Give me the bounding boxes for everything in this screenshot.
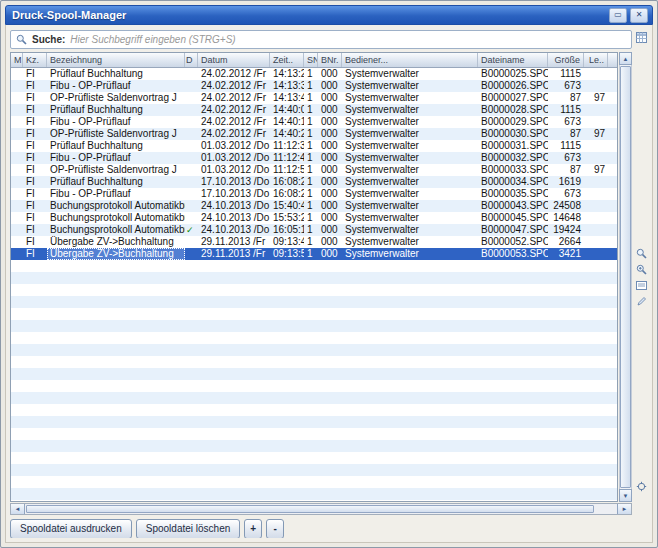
cell-bezeichnung: Übergabe ZV->Buchhaltung [47, 236, 185, 248]
cell-m [11, 80, 23, 92]
edit-icon[interactable] [636, 296, 647, 307]
print-spool-button[interactable]: Spooldatei ausdrucken [10, 519, 132, 538]
cell-snr: 1 [304, 224, 318, 236]
spool-row[interactable]: FIÜbergabe ZV->Buchhaltung29.11.2013 /Fr… [11, 236, 617, 248]
cell-bezeichnung: Fibu - OP-Prüflauf [47, 188, 185, 200]
cell-zeit: 14:40:2 [270, 128, 304, 140]
scroll-left-button[interactable]: ◄ [11, 504, 25, 514]
cell-kz: FI [23, 68, 47, 80]
column-header-snr[interactable]: SNr [304, 53, 318, 67]
spool-row[interactable]: FIBuchungsprotokoll Automatikbuc24.10.20… [11, 212, 617, 224]
remove-button[interactable]: - [266, 519, 284, 538]
cell-snr: 1 [304, 116, 318, 128]
cell-kz: FI [23, 212, 47, 224]
column-header-le[interactable]: Le.. [584, 53, 608, 67]
column-header-d[interactable]: D [185, 53, 198, 67]
column-header-zeit[interactable]: Zeit.. [270, 53, 304, 67]
cell-datum: 24.10.2013 /Do [198, 212, 270, 224]
cell-dateiname: B0000025.SPO [478, 68, 548, 80]
spool-row[interactable]: FIBuchungsprotokoll Automatikbuc✓24.10.2… [11, 224, 617, 236]
cell-bezeichnung: OP-Prüfliste Saldenvortrag J [47, 128, 185, 140]
horizontal-scrollbar[interactable]: ◄ ► [10, 503, 632, 515]
cell-bezeichnung: Buchungsprotokoll Automatikbuc [47, 224, 185, 236]
cell-snr: 1 [304, 212, 318, 224]
spool-grid: MKz.BezeichnungDDatumZeit..SNrBNr.Bedien… [10, 52, 618, 502]
column-header-kz[interactable]: Kz. [23, 53, 47, 67]
cell-snr: 1 [304, 152, 318, 164]
minimize-button[interactable]: ▭ [609, 8, 627, 23]
column-header-spacer [608, 53, 617, 67]
cell-m [11, 212, 23, 224]
spool-row[interactable]: FIOP-Prüfliste Saldenvortrag J01.03.2012… [11, 164, 617, 176]
search-input[interactable] [70, 33, 626, 46]
spool-row[interactable]: FIPrüflauf Buchhaltung17.10.2013 /Do16:0… [11, 176, 617, 188]
spool-row[interactable]: FIFibu - OP-Prüflauf01.03.2012 /Do11:12:… [11, 152, 617, 164]
cell-le [584, 116, 608, 128]
side-toolbar [635, 30, 648, 538]
scrollbar-thumb[interactable] [620, 66, 631, 488]
column-header-bediener[interactable]: Bediener... [342, 53, 478, 67]
cell-bezeichnung: Prüflauf Buchhaltung [47, 68, 185, 80]
cell-bediener: Systemverwalter [342, 176, 478, 188]
cell-groesse: 1115 [548, 140, 584, 152]
spool-row[interactable]: FIÜbergabe ZV->Buchhaltung29.11.2013 /Fr… [11, 248, 617, 260]
delete-spool-button[interactable]: Spooldatei löschen [136, 519, 241, 538]
cell-kz: FI [23, 188, 47, 200]
spool-row[interactable]: FIPrüflauf Buchhaltung01.03.2012 /Do11:1… [11, 140, 617, 152]
cell-bnr: 000 [318, 212, 342, 224]
find-icon[interactable] [636, 248, 647, 259]
scroll-down-button[interactable]: ▼ [619, 489, 632, 502]
spool-row[interactable]: FIFibu - OP-Prüflauf24.02.2012 /Fr14:13:… [11, 80, 617, 92]
cell-bediener: Systemverwalter [342, 164, 478, 176]
spool-row[interactable]: FIPrüflauf Buchhaltung24.02.2012 /Fr14:4… [11, 104, 617, 116]
cell-bnr: 000 [318, 224, 342, 236]
cell-bediener: Systemverwalter [342, 152, 478, 164]
cell-m [11, 152, 23, 164]
crosshair-icon[interactable] [636, 481, 647, 492]
column-header-bnr[interactable]: BNr. [318, 53, 342, 67]
cell-bnr: 000 [318, 104, 342, 116]
cell-bezeichnung: OP-Prüfliste Saldenvortrag J [47, 164, 185, 176]
cell-bediener: Systemverwalter [342, 104, 478, 116]
cell-bnr: 000 [318, 80, 342, 92]
cell-datum: 24.02.2012 /Fr [198, 128, 270, 140]
close-button[interactable]: ✕ [630, 8, 648, 23]
cell-zeit: 14:13:4 [270, 92, 304, 104]
spool-row[interactable]: FIFibu - OP-Prüflauf24.02.2012 /Fr14:40:… [11, 116, 617, 128]
spool-row[interactable]: FIOP-Prüfliste Saldenvortrag J24.02.2012… [11, 92, 617, 104]
cell-bnr: 000 [318, 140, 342, 152]
cell-d [185, 80, 198, 92]
scroll-up-button[interactable]: ▲ [619, 52, 632, 65]
cell-kz: FI [23, 152, 47, 164]
table-icon[interactable] [636, 32, 647, 43]
cell-le [584, 248, 608, 260]
cell-kz: FI [23, 200, 47, 212]
column-header-datum[interactable]: Datum [198, 53, 270, 67]
vertical-scrollbar[interactable]: ▲ ▼ [619, 52, 632, 502]
hscrollbar-thumb[interactable] [26, 505, 594, 513]
scrollbar-track[interactable] [619, 65, 632, 489]
spool-row[interactable]: FIBuchungsprotokoll Automatikbuc24.10.20… [11, 200, 617, 212]
zoom-in-icon[interactable] [636, 264, 647, 275]
cell-bediener: Systemverwalter [342, 248, 478, 260]
cell-zeit: 14:40:1 [270, 116, 304, 128]
cell-bnr: 000 [318, 176, 342, 188]
column-header-groesse[interactable]: Größe [548, 53, 584, 67]
column-header-bezeichnung[interactable]: Bezeichnung [47, 53, 185, 67]
cell-le [584, 104, 608, 116]
spool-row[interactable]: FIOP-Prüfliste Saldenvortrag J24.02.2012… [11, 128, 617, 140]
column-header-m[interactable]: M [11, 53, 23, 67]
scroll-right-button[interactable]: ► [617, 504, 631, 514]
hscrollbar-track[interactable] [25, 504, 617, 514]
spool-row[interactable]: FIFibu - OP-Prüflauf17.10.2013 /Do16:08:… [11, 188, 617, 200]
cell-snr: 1 [304, 200, 318, 212]
title-bar[interactable]: Druck-Spool-Manager ▭ ✕ [5, 5, 653, 25]
cell-zeit: 14:40:0 [270, 104, 304, 116]
details-icon[interactable] [636, 280, 647, 291]
add-button[interactable]: + [244, 519, 262, 538]
cell-le [584, 188, 608, 200]
cell-snr: 1 [304, 80, 318, 92]
spool-row[interactable]: FIPrüflauf Buchhaltung24.02.2012 /Fr14:1… [11, 68, 617, 80]
column-header-dateiname[interactable]: Dateiname [478, 53, 548, 67]
cell-zeit: 16:05:1 [270, 224, 304, 236]
